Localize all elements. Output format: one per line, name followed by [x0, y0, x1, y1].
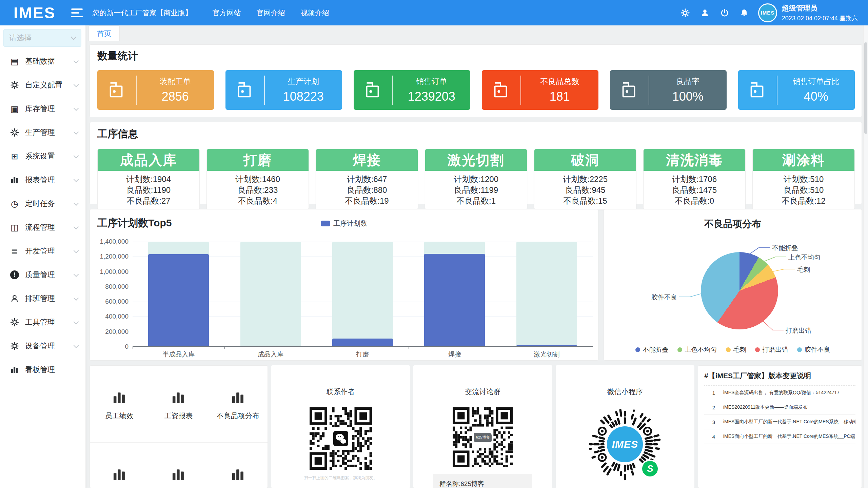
folder-icon [482, 80, 520, 101]
bar-category-column [317, 242, 409, 346]
sidebar-item-scheduled-tasks[interactable]: ◷定时任务 [0, 192, 85, 216]
sidebar-item-custom-config[interactable]: 自定义配置 [0, 73, 85, 97]
tile-employee-performance[interactable]: 员工绩效 [90, 366, 149, 443]
bar-category-column [133, 242, 224, 346]
process-cards: 成品入库计划数:1904良品数:1190不良品数:27 打磨计划数:1460良品… [97, 149, 855, 210]
bar-chart-icon [112, 400, 127, 406]
legend-swatch [321, 221, 330, 226]
contact-caption: 扫一扫上面的二维码图案，加我为朋友。 [271, 475, 410, 481]
user-block: 超级管理员 2023.02.04 02:07:44 星期六 [782, 3, 858, 22]
nav-official-site[interactable]: 官方网站 [212, 8, 241, 18]
folder-icon [97, 80, 136, 101]
nav-site-intro[interactable]: 官网介绍 [256, 8, 285, 18]
sidebar-select[interactable]: 请选择 [3, 29, 81, 47]
process-card: 清洗消毒计划数:1706良品数:1475不良品数:0 [643, 149, 746, 210]
tile-defect-summary[interactable]: 不良品项汇总 [90, 443, 149, 488]
settings-icon[interactable] [681, 8, 690, 17]
legend-dot [726, 347, 731, 352]
sidebar-item-kanban[interactable]: 看板管理 [0, 358, 85, 382]
group-info-box: 群名称:625博客 群 号:200884004 [433, 474, 532, 488]
process-card: 涮涂料计划数:510良品数:510不良品数:12 [752, 149, 855, 210]
tile-salary-report[interactable]: 工资报表 [149, 366, 209, 443]
folder-icon [225, 80, 264, 101]
tile-defect-distribution[interactable]: 不良品项分布 [208, 366, 268, 443]
contact-author-section: 联系作者 扫一扫上面的二维码图案，加我为朋友。 [271, 365, 410, 488]
sidebar-item-system-settings[interactable]: ⊞系统设置 [0, 144, 85, 168]
pie-legend-item[interactable]: 毛刺 [726, 345, 746, 354]
sidebar-item-inventory[interactable]: ▣库存管理 [0, 97, 85, 121]
chevron-down-icon [74, 271, 79, 277]
sidebar-item-production[interactable]: 生产管理 [0, 121, 85, 144]
discussion-group-section: 交流讨论群 625博客 群名称:625博客 群 号:200884004 [413, 365, 552, 488]
stat-card-defect-total[interactable]: 不良品总数181 [482, 70, 598, 110]
sidebar-item-workflow[interactable]: ◫流程管理 [0, 216, 85, 239]
stat-card-sales-ratio[interactable]: 销售订单占比40% [738, 70, 855, 110]
miniprogram-section: 微信小程序 IMES S [556, 365, 694, 488]
sidebar-item-shift[interactable]: 排班管理 [0, 287, 85, 310]
x-axis-tick-label: 成品入库 [224, 350, 316, 359]
stat-card-assembly-orders[interactable]: 装配工单2856 [97, 70, 214, 110]
process-card: 激光切割计划数:1200良品数:1199不良品数:1 [425, 149, 527, 210]
chevron-down-icon [74, 105, 79, 111]
chevron-down-icon [74, 248, 79, 253]
power-icon[interactable] [720, 8, 729, 17]
pie-legend-item[interactable]: 上色不均匀 [677, 345, 717, 354]
bar-chart-plot: 1,400,0001,200,0001,000,000800,000600,00… [133, 242, 593, 347]
stat-card-production-plans[interactable]: 生产计划108223 [225, 70, 342, 110]
user-icon[interactable] [701, 8, 709, 17]
menu-toggle-icon[interactable] [71, 8, 83, 17]
sidebar-item-equipment[interactable]: 设备管理 [0, 334, 85, 358]
sliders-icon: ≣ [9, 246, 20, 256]
stat-card-sales-orders[interactable]: 销售订单1239203 [354, 70, 470, 110]
stat-card-yield-rate[interactable]: 良品率100% [610, 70, 727, 110]
process-section-title: 工序信息 [97, 127, 855, 141]
user-name: 超级管理员 [782, 3, 858, 13]
tab-home[interactable]: 首页 [88, 25, 120, 41]
bell-icon[interactable] [740, 8, 749, 17]
scrollbar-thumb[interactable] [864, 42, 867, 134]
sidebar-item-tools[interactable]: 工具管理 [0, 310, 85, 334]
x-axis-tick-label: 半成品入库 [133, 350, 224, 359]
wechat-miniprogram-icon: S [641, 460, 659, 478]
bar-category-column [501, 242, 593, 346]
bar-category-column [224, 242, 316, 346]
header-nav: 官方网站 官网介绍 视频介绍 [212, 8, 329, 18]
pie-slice-label: 毛刺 [797, 265, 810, 274]
stats-section-title: 数量统计 [97, 49, 855, 63]
group-title: 交流讨论群 [413, 387, 552, 396]
bar-chart-panel: 工序计划数Top5 工序计划数 1,400,0001,200,0001,000,… [90, 209, 598, 361]
chevron-down-icon [74, 58, 79, 63]
bar-chart-icon [9, 175, 20, 185]
sidebar-item-base-data[interactable]: ▤基础数据 [0, 49, 85, 73]
tile-output-stats[interactable]: 产量统计 [208, 443, 268, 488]
chevron-down-icon [71, 34, 77, 40]
avatar[interactable]: IMES [758, 3, 777, 22]
process-panel: 工序信息 成品入库计划数:1904良品数:1190不良品数:27 打磨计划数:1… [90, 122, 862, 204]
sidebar: 请选择 ▤基础数据 自定义配置 ▣库存管理 生产管理 ⊞系统设置 报表管理 ◷定… [0, 25, 86, 488]
bar-chart-title: 工序计划数Top5 [97, 216, 172, 230]
sidebar-item-reports[interactable]: 报表管理 [0, 168, 85, 192]
changelog-panel: #【iMES工厂管家】版本变更说明 1iMES全套源码出售， 有意的联系QQ/微… [698, 365, 862, 488]
sidebar-item-quality[interactable]: !质量管理 [0, 263, 85, 287]
bar-chart-icon [112, 477, 127, 483]
x-axis-tick-label: 焊接 [409, 350, 500, 359]
pie-legend-item[interactable]: 打磨出错 [755, 345, 788, 354]
bar-chart-legend[interactable]: 工序计划数 [321, 219, 367, 228]
nav-video-intro[interactable]: 视频介绍 [300, 8, 329, 18]
stats-panel: 数量统计 装配工单2856 生产计划108223 销售订单1239203 不良品… [90, 44, 862, 117]
y-axis-tick-label: 800,000 [93, 283, 129, 290]
pie-chart-title: 不良品项分布 [604, 218, 862, 230]
legend-dot [797, 347, 802, 352]
y-axis-tick-label: 1,200,000 [93, 253, 129, 260]
pie-legend-item[interactable]: 胶件不良 [797, 345, 830, 354]
sidebar-menu: ▤基础数据 自定义配置 ▣库存管理 生产管理 ⊞系统设置 报表管理 ◷定时任务 … [0, 49, 85, 382]
tile-production-report[interactable]: 生产报表 [149, 443, 209, 488]
pie-legend-item[interactable]: 不能折叠 [635, 345, 669, 354]
process-card: 破洞计划数:2225良品数:945不良品数:15 [534, 149, 636, 210]
legend-dot [635, 347, 640, 352]
pie-legend: 不能折叠上色不均匀毛刺打磨出错胶件不良 [604, 345, 862, 354]
changelog-row: 1iMES全套源码出售， 有意的联系QQ/微信：514224717 [704, 386, 855, 400]
clock-icon: ◷ [9, 199, 20, 209]
current-datetime: 2023.02.04 02:07:44 星期六 [782, 14, 858, 22]
sidebar-item-dev[interactable]: ≣开发管理 [0, 239, 85, 263]
